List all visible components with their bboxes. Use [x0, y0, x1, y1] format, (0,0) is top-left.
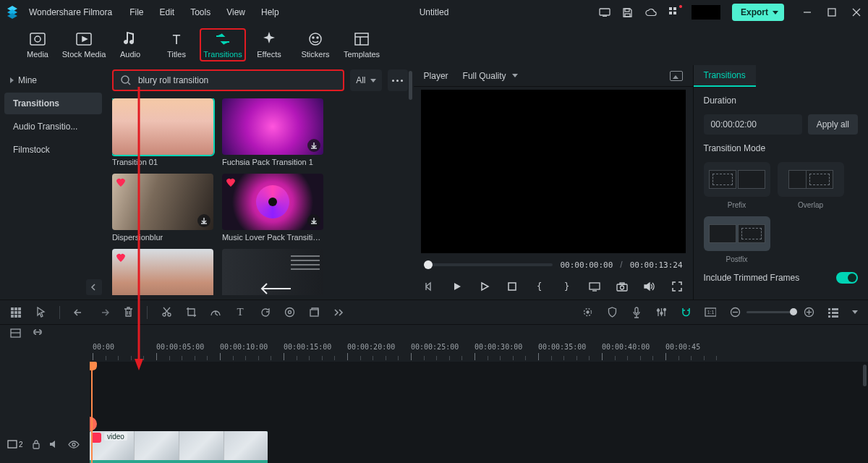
sidebar-mine[interactable]: Mine	[4, 69, 102, 91]
camera-icon[interactable]	[616, 281, 628, 292]
tab-stickers[interactable]: Stickers	[292, 28, 339, 61]
visibility-icon[interactable]	[68, 441, 80, 449]
shield-icon[interactable]	[606, 307, 618, 318]
tab-templates[interactable]: Templates	[339, 28, 385, 61]
more-options-button[interactable]	[388, 69, 408, 91]
volume-icon[interactable]	[644, 281, 655, 292]
trimmed-frames-toggle[interactable]	[836, 272, 858, 284]
undo-icon[interactable]	[73, 307, 85, 318]
time-ruler[interactable]: 00:0000:00:05:0000:00:10:0000:00:15:0000…	[90, 343, 868, 362]
menu-file[interactable]: File	[129, 7, 143, 17]
zoom-slider[interactable]	[746, 311, 797, 313]
tab-media[interactable]: Media	[14, 28, 61, 61]
sidebar-transitions[interactable]: Transitions	[4, 93, 102, 114]
speed-icon[interactable]	[210, 307, 221, 318]
asset-card[interactable]: Dispersionblur	[112, 174, 213, 242]
video-clip[interactable]: video	[90, 431, 268, 463]
asset-card[interactable]: Fuchsia Pack Transition 1	[222, 98, 323, 166]
asset-card[interactable]	[112, 249, 213, 295]
rotate-icon[interactable]	[259, 307, 271, 318]
play-outline-icon[interactable]	[479, 281, 490, 292]
text-icon[interactable]: T	[234, 307, 246, 318]
cloud-icon[interactable]	[645, 7, 657, 18]
view-options-icon[interactable]	[827, 307, 839, 318]
collapse-sidebar-button[interactable]	[86, 279, 102, 295]
tab-audio[interactable]: Audio	[107, 28, 153, 61]
redo-icon[interactable]	[98, 307, 109, 318]
window-close-icon[interactable]	[851, 7, 862, 18]
track-type-icon[interactable]: 2	[7, 440, 23, 449]
zoom-in-icon[interactable]	[803, 307, 814, 318]
scrubber-knob[interactable]	[424, 260, 433, 269]
timeline-tracks[interactable]: 00:0000:00:05:0000:00:10:0000:00:15:0000…	[90, 343, 868, 463]
download-icon[interactable]	[307, 214, 320, 227]
duration-input[interactable]: 00:00:02:00	[704, 114, 802, 135]
tab-transitions[interactable]: Transitions	[200, 28, 246, 61]
asset-card[interactable]	[222, 249, 323, 295]
mute-icon[interactable]	[49, 440, 59, 449]
mixer-icon[interactable]	[655, 307, 667, 318]
save-icon[interactable]	[622, 7, 634, 18]
player-canvas[interactable]	[421, 90, 686, 253]
lock-icon[interactable]	[32, 439, 41, 449]
export-button[interactable]: Export	[732, 4, 784, 21]
playhead[interactable]	[91, 362, 93, 463]
cursor-icon[interactable]	[35, 307, 46, 318]
stop-icon[interactable]	[506, 281, 518, 292]
mode-overlap[interactable]: Overlap	[778, 162, 844, 209]
panel-tab-transitions[interactable]: Transitions	[694, 65, 756, 87]
search-input[interactable]	[137, 75, 336, 86]
grid-icon[interactable]	[10, 307, 22, 318]
cut-icon[interactable]	[161, 307, 172, 318]
sidebar-audio-transitions[interactable]: Audio Transitio...	[4, 116, 102, 137]
download-icon[interactable]	[197, 214, 210, 227]
snapshot-icon[interactable]	[670, 71, 683, 81]
mode-prefix[interactable]: Prefix	[704, 162, 770, 209]
mark-out-icon[interactable]: }	[561, 281, 573, 292]
magnet-icon[interactable]	[680, 307, 692, 318]
favorite-icon[interactable]	[115, 252, 127, 263]
window-minimize-icon[interactable]	[801, 7, 813, 18]
favorite-icon[interactable]	[115, 177, 127, 188]
zoom-control[interactable]	[729, 307, 814, 318]
screen-icon[interactable]	[599, 7, 610, 18]
marker-tool-icon[interactable]	[582, 307, 593, 318]
zoom-out-icon[interactable]	[729, 307, 741, 318]
effects-stack-icon[interactable]	[308, 307, 320, 318]
browser-scrollbar[interactable]	[409, 71, 412, 100]
quality-dropdown[interactable]: Full Quality	[463, 71, 518, 81]
asset-card[interactable]: Music Lover Pack Transition ...	[222, 174, 323, 242]
sidebar-filmstock[interactable]: Filmstock	[4, 139, 102, 161]
more-tools-icon[interactable]	[333, 307, 344, 318]
menu-view[interactable]: View	[226, 7, 245, 17]
color-icon[interactable]	[284, 307, 295, 318]
player-scrubber[interactable]	[424, 263, 553, 266]
tab-titles[interactable]: T Titles	[153, 28, 200, 61]
prev-frame-icon[interactable]	[424, 281, 435, 292]
layout-icon[interactable]	[10, 328, 22, 340]
timeline-scrollbar[interactable]	[863, 365, 867, 386]
chevron-down-icon[interactable]	[852, 310, 858, 314]
apply-all-button[interactable]: Apply all	[808, 114, 858, 135]
crop-icon[interactable]	[185, 307, 197, 318]
display-icon[interactable]	[589, 281, 600, 292]
asset-card[interactable]: Transition 01	[112, 98, 213, 166]
delete-icon[interactable]	[122, 307, 134, 318]
tab-effects[interactable]: Effects	[246, 28, 292, 61]
ratio-icon[interactable]: 1:1	[705, 307, 716, 318]
menu-help[interactable]: Help	[261, 7, 279, 17]
play-icon[interactable]	[451, 281, 463, 292]
mic-icon[interactable]	[631, 307, 642, 318]
apps-icon[interactable]	[668, 7, 680, 18]
tab-stock-media[interactable]: Stock Media	[61, 28, 107, 61]
fullscreen-icon[interactable]	[671, 281, 683, 292]
download-icon[interactable]	[307, 139, 320, 152]
filter-dropdown[interactable]: All	[350, 69, 381, 91]
search-input-wrap[interactable]	[112, 69, 344, 91]
mark-in-icon[interactable]: {	[534, 281, 545, 292]
menu-edit[interactable]: Edit	[160, 7, 175, 17]
link-icon[interactable]	[32, 328, 43, 340]
window-maximize-icon[interactable]	[826, 7, 838, 18]
mode-postfix[interactable]: Postfix	[704, 216, 770, 263]
menu-tools[interactable]: Tools	[190, 7, 210, 17]
